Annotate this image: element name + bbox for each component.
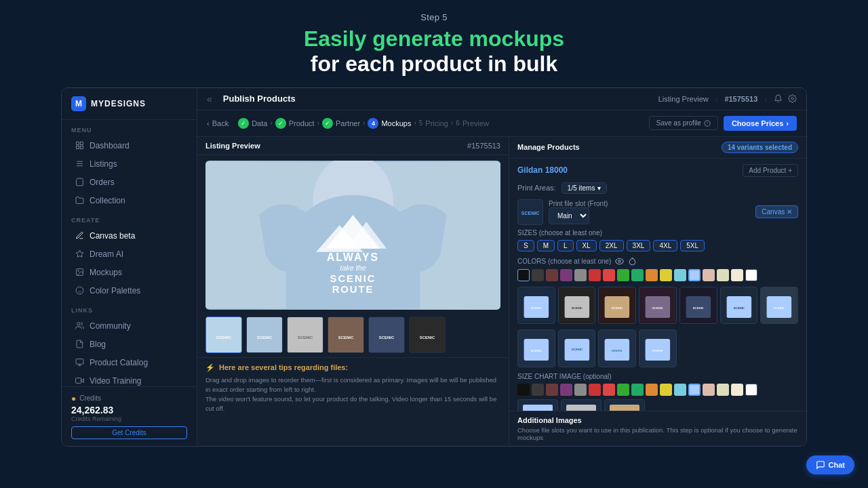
sch-color-yellow[interactable] [660, 384, 672, 396]
add-product-button[interactable]: Add Product + [743, 164, 798, 177]
mockup-6[interactable]: SCENIC [720, 287, 758, 325]
sch-color-tan[interactable] [703, 384, 715, 396]
thumbnail-4[interactable]: SCENIC [328, 317, 364, 353]
mockup-7[interactable]: SCENIC [760, 287, 798, 325]
sidebar-item-dream-ai[interactable]: Dream AI [66, 245, 193, 263]
color-dot-purple[interactable] [560, 269, 572, 281]
sch-color-black[interactable] [517, 384, 530, 396]
color-dot-gray[interactable] [574, 269, 587, 281]
sch-color-maroon[interactable] [546, 384, 558, 396]
items-dropdown[interactable]: 1/5 items ▾ [561, 182, 608, 194]
sidebar-item-canvas[interactable]: Canvas beta [66, 227, 193, 245]
bc-step-mockups[interactable]: 4 Mockups [368, 118, 411, 129]
thumbnail-6[interactable]: SCENIC [409, 317, 446, 353]
mockup-9[interactable]: SCENIC [558, 329, 596, 367]
sidebar-item-orders[interactable]: Orders [66, 174, 193, 191]
color-dot-red2[interactable] [603, 269, 615, 281]
mockup-2[interactable]: SCENIC [558, 287, 596, 325]
sidebar-item-mockups[interactable]: Mockups [66, 264, 193, 281]
canvas-button[interactable]: Canvas ✕ [755, 205, 798, 218]
gear-icon[interactable] [788, 94, 797, 103]
sch-mockup-3[interactable]: Size Chart [604, 399, 645, 411]
color-dot-tan[interactable] [703, 269, 715, 281]
color-dot-black[interactable] [517, 269, 530, 281]
sch-color-white[interactable] [745, 384, 757, 396]
sch-color-darkgray[interactable] [532, 384, 544, 396]
menu-section-label: MENU [62, 120, 197, 136]
sidebar-item-color-palettes[interactable]: Color Palettes [66, 282, 193, 300]
bell-icon[interactable] [774, 94, 783, 103]
bc-step-pricing[interactable]: 5 Pricing [419, 119, 448, 127]
mockup-5[interactable]: SCENIC [679, 287, 717, 325]
mockup-8[interactable]: SCENIC [517, 329, 555, 367]
back-button[interactable]: ‹ Back [207, 119, 229, 127]
mockup-10[interactable]: ROUTE [598, 329, 636, 367]
chat-button[interactable]: Chat [806, 455, 854, 474]
color-dot-lightcream[interactable] [731, 269, 743, 281]
thumbnail-3[interactable]: SCENIC [287, 317, 323, 353]
size-chip-l[interactable]: L [557, 240, 574, 251]
choose-prices-button[interactable]: Choose Prices › [724, 116, 797, 131]
color-dot-orange[interactable] [646, 269, 658, 281]
color-dot-darkgray[interactable] [532, 269, 544, 281]
color-dot-yellow[interactable] [660, 269, 672, 281]
sch-mockup-2[interactable]: Size Chart [561, 399, 601, 411]
thumbnail-5[interactable]: SCENIC [368, 317, 405, 353]
size-chip-2xl[interactable]: 2XL [599, 240, 624, 251]
mockup-4[interactable]: SCENIC [639, 287, 677, 325]
sch-color-red1[interactable] [589, 384, 601, 396]
print-file-dropdown[interactable]: Main [549, 207, 589, 224]
size-chip-5xl[interactable]: 5XL [680, 240, 705, 251]
save-profile-button[interactable]: Save as profile [649, 116, 718, 130]
sidebar-item-video-training[interactable]: Video Training [66, 372, 193, 386]
sidebar-item-blog[interactable]: Blog [66, 336, 193, 353]
sch-color-orange[interactable] [646, 384, 658, 396]
size-chip-3xl[interactable]: 3XL [627, 240, 651, 251]
sch-color-red2[interactable] [603, 384, 615, 396]
color-dot-babyblue[interactable] [688, 269, 701, 281]
color-dot-maroon[interactable] [546, 269, 558, 281]
sch-color-lightcream[interactable] [731, 384, 743, 396]
sch-color-lightblue[interactable] [674, 384, 686, 396]
size-chip-xl[interactable]: XL [576, 240, 597, 251]
color-dot-red1[interactable] [589, 269, 601, 281]
bc-step-preview[interactable]: 6 Preview [456, 119, 489, 127]
size-chip-s[interactable]: S [517, 240, 534, 251]
sch-color-green[interactable] [617, 384, 629, 396]
color-dot-cream[interactable] [717, 269, 729, 281]
sidebar-item-listings[interactable]: Listings [66, 155, 193, 173]
svg-point-9 [78, 270, 79, 272]
sidebar-collapse-button[interactable]: « [207, 94, 212, 104]
size-chip-4xl[interactable]: 4XL [653, 240, 677, 251]
color-dot-green[interactable] [617, 269, 629, 281]
svg-rect-14 [76, 359, 83, 365]
sch-color-babyblue[interactable] [688, 384, 701, 396]
bc-step-product[interactable]: ✓ Product [275, 118, 315, 129]
color-dot-teal[interactable] [631, 269, 644, 281]
thumbnail-1[interactable]: SCENIC [205, 317, 242, 353]
sidebar-item-collection[interactable]: Collection [66, 192, 193, 209]
size-chip-m[interactable]: M [537, 240, 555, 251]
mockup-3[interactable]: SCENIC [598, 287, 636, 325]
sch-color-teal[interactable] [631, 384, 644, 396]
sidebar-item-community[interactable]: Community [66, 317, 193, 335]
mockup-11[interactable]: ROUTE [639, 329, 677, 367]
svg-point-13 [77, 323, 80, 325]
sch-color-purple[interactable] [560, 384, 572, 396]
svg-text:SCENIC: SCENIC [571, 306, 582, 310]
star-icon [75, 249, 84, 258]
thumbnail-2[interactable]: SCENIC [246, 317, 283, 353]
color-dot-lightblue[interactable] [674, 269, 686, 281]
svg-text:SCENIC: SCENIC [693, 306, 704, 310]
sch-mockup-1[interactable]: Size Chart [517, 399, 558, 411]
sidebar-item-dashboard[interactable]: Dashboard [66, 137, 193, 155]
sch-color-cream[interactable] [717, 384, 729, 396]
product-name[interactable]: Gildan 18000 [517, 165, 568, 175]
mockup-1[interactable]: SCENIC [517, 287, 555, 325]
sch-color-gray[interactable] [574, 384, 587, 396]
bc-step-data[interactable]: ✓ Data [238, 118, 267, 129]
color-dot-white[interactable] [745, 269, 757, 281]
get-credits-button[interactable]: Get Credits [71, 426, 187, 439]
sidebar-item-product-catalog[interactable]: Product Catalog [66, 354, 193, 371]
bc-step-partner[interactable]: ✓ Partner [322, 118, 360, 129]
